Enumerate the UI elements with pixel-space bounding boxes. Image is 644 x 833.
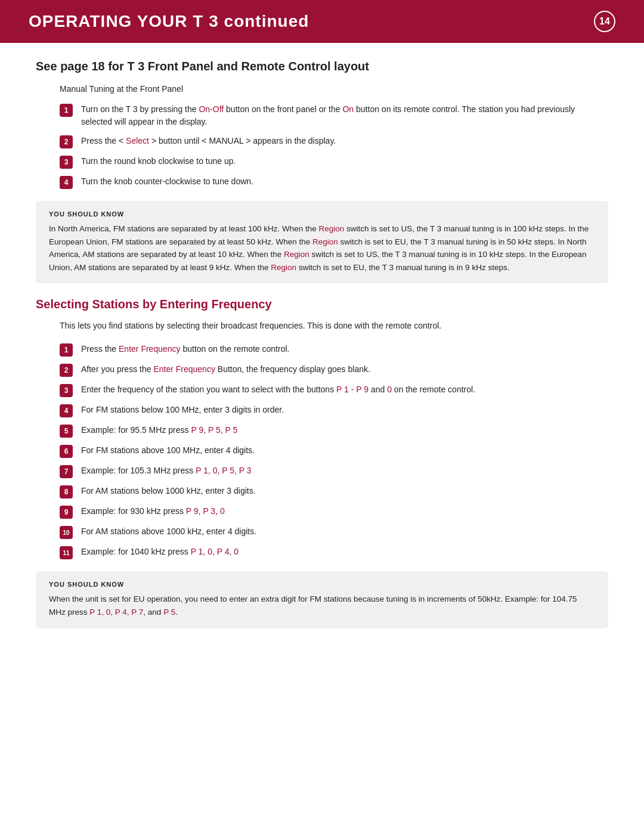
page-wrapper: OPERATING YOUR T 3 continued 14 See page… [0, 0, 644, 667]
list-item: 1Press the Enter Frequency button on the… [36, 343, 608, 357]
list-item: 7Example: for 105.3 MHz press P 1, 0, P … [36, 465, 608, 478]
step-number: 10 [60, 526, 73, 539]
manual-tuning-steps: 1Turn on the T 3 by pressing the On-Off … [36, 103, 608, 189]
list-item: 10For AM stations above 1000 kHz, enter … [36, 525, 608, 539]
list-item: 3Turn the round knob clockwise to tune u… [36, 155, 608, 169]
info-box-2-text: When the unit is set for EU operation, y… [49, 593, 595, 618]
step-text: For AM stations above 1000 kHz, enter 4 … [81, 525, 256, 538]
step-text: Example: for 930 kHz press P 9, P 3, 0 [81, 505, 225, 518]
step-text: Press the Enter Frequency button on the … [81, 343, 289, 355]
step-number: 9 [60, 506, 73, 519]
list-item: 5Example: for 95.5 MHz press P 9, P 5, P… [36, 424, 608, 438]
step-number: 8 [60, 485, 73, 498]
list-item: 4For FM stations below 100 MHz, enter 3 … [36, 404, 608, 417]
list-item: 2After you press the Enter Frequency But… [36, 363, 608, 377]
step-text: Turn the round knob clockwise to tune up… [81, 155, 236, 168]
main-section-title: See page 18 for T 3 Front Panel and Remo… [36, 60, 608, 73]
step-text: Example: for 95.5 MHz press P 9, P 5, P … [81, 424, 237, 436]
step-number: 2 [60, 364, 73, 377]
step-text: Example: for 1040 kHz press P 1, 0, P 4,… [81, 546, 239, 558]
page-header: OPERATING YOUR T 3 continued 14 [0, 0, 644, 43]
subsection-label: Manual Tuning at the Front Panel [60, 84, 608, 94]
step-text: For FM stations below 100 MHz, enter 3 d… [81, 404, 284, 416]
step-number: 3 [60, 384, 73, 397]
step-text: Turn on the T 3 by pressing the On-Off b… [81, 103, 608, 128]
step-text: Example: for 105.3 MHz press P 1, 0, P 5… [81, 465, 252, 477]
step-number: 2 [60, 135, 73, 148]
step-number: 7 [60, 465, 73, 478]
list-item: 4Turn the knob counter-clockwise to tune… [36, 175, 608, 189]
step-text: Turn the knob counter-clockwise to tune … [81, 175, 253, 188]
list-item: 9Example: for 930 kHz press P 9, P 3, 0 [36, 505, 608, 519]
info-box-1-title: You Should Know [49, 210, 595, 218]
step-text: Enter the frequency of the station you w… [81, 383, 475, 396]
page-content: See page 18 for T 3 Front Panel and Remo… [0, 60, 644, 667]
step-number: 1 [60, 104, 73, 117]
freq-section-title: Selecting Stations by Entering Frequency [36, 298, 608, 311]
step-number: 6 [60, 445, 73, 458]
list-item: 1Turn on the T 3 by pressing the On-Off … [36, 103, 608, 128]
step-text: Press the < Select > button until < MANU… [81, 135, 336, 147]
step-number: 5 [60, 425, 73, 438]
page-title: OPERATING YOUR T 3 continued [29, 12, 309, 31]
step-text: After you press the Enter Frequency Butt… [81, 363, 370, 376]
list-item: 11Example: for 1040 kHz press P 1, 0, P … [36, 546, 608, 559]
step-number: 4 [60, 176, 73, 189]
freq-section-desc: This lets you find stations by selecting… [60, 320, 608, 332]
step-text: For AM stations below 1000 kHz, enter 3 … [81, 485, 256, 497]
step-number: 1 [60, 343, 73, 357]
step-number: 3 [60, 156, 73, 169]
list-item: 6For FM stations above 100 MHz, enter 4 … [36, 444, 608, 458]
page-number-badge: 14 [594, 11, 615, 32]
info-box-2: You Should Know When the unit is set for… [36, 571, 608, 628]
list-item: 2Press the < Select > button until < MAN… [36, 135, 608, 148]
step-number: 11 [60, 546, 73, 559]
list-item: 8For AM stations below 1000 kHz, enter 3… [36, 485, 608, 498]
list-item: 3Enter the frequency of the station you … [36, 383, 608, 397]
info-box-1: You Should Know In North America, FM sta… [36, 201, 608, 283]
step-text: For FM stations above 100 MHz, enter 4 d… [81, 444, 255, 457]
info-box-2-title: You Should Know [49, 581, 595, 588]
freq-steps: 1Press the Enter Frequency button on the… [36, 343, 608, 559]
step-number: 4 [60, 404, 73, 417]
info-box-1-text: In North America, FM stations are separa… [49, 222, 595, 274]
